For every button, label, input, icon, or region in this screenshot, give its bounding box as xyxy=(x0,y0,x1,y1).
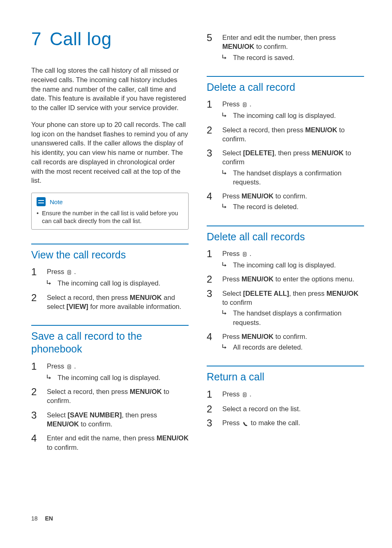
step: Select a record, then press MENU/OK to c… xyxy=(207,125,364,144)
section-rule xyxy=(207,226,364,226)
document-page: 7Call log The call log stores the call h… xyxy=(0,0,392,457)
result-arrow-icon xyxy=(222,343,229,352)
result-text: The incoming call log is displayed. xyxy=(233,260,336,269)
result-text: The handset displays a confirmation requ… xyxy=(233,168,364,187)
step: Select a record on the list. xyxy=(207,404,364,413)
call-icon xyxy=(242,419,248,428)
step: Press . xyxy=(207,389,364,399)
calllog-icon xyxy=(242,390,247,399)
note-label: Note xyxy=(50,198,63,205)
section-rule xyxy=(31,244,189,244)
result-text: The incoming call log is displayed. xyxy=(58,373,160,382)
result-arrow-icon xyxy=(222,168,229,187)
step: Press MENU/OK to enter the options menu. xyxy=(207,274,364,283)
result-text: The record is saved. xyxy=(233,53,294,62)
section-rule xyxy=(207,366,364,366)
step: Press MENU/OK to confirm. All records ar… xyxy=(207,332,364,352)
result-arrow-icon xyxy=(47,279,53,288)
step: Select [SAVE NUMBER], then press MENU/OK… xyxy=(31,410,189,429)
result-text: The handset displays a confirmation requ… xyxy=(233,309,364,327)
chapter-number: 7 xyxy=(31,29,42,49)
steps-delete-one: Press . The incoming call log is display… xyxy=(207,99,364,212)
steps-return: Press . Select a record on the list. Pre… xyxy=(207,389,364,428)
right-column: Enter and edit the number, then press ME… xyxy=(207,29,364,457)
steps-save: Press . The incoming call log is display… xyxy=(31,361,189,452)
step: Enter and edit the number, then press ME… xyxy=(207,33,364,62)
step: Press . The incoming call log is display… xyxy=(31,267,189,288)
note-icon xyxy=(37,197,46,206)
chapter-title: 7Call log xyxy=(31,29,189,49)
result-arrow-icon xyxy=(222,309,229,327)
intro-paragraph-1: The call log stores the call history of … xyxy=(31,66,189,113)
step: Press MENU/OK to confirm. The record is … xyxy=(207,191,364,212)
section-title-return: Return a call xyxy=(207,371,364,383)
result-text: All records are deleted. xyxy=(233,343,303,352)
section-rule xyxy=(31,325,189,326)
section-title-view: View the call records xyxy=(31,249,189,261)
result-text: The incoming call log is displayed. xyxy=(233,111,336,120)
step: Press . The incoming call log is display… xyxy=(207,249,364,270)
calllog-icon xyxy=(67,362,71,371)
page-lang: EN xyxy=(45,515,53,522)
result-arrow-icon xyxy=(222,111,229,120)
step: Select [DELETE], then press MENU/OK to c… xyxy=(207,148,364,187)
chapter-name: Call log xyxy=(50,29,112,49)
left-column: 7Call log The call log stores the call h… xyxy=(31,29,189,457)
section-title-save: Save a call record to the phonebook xyxy=(31,330,189,356)
bullet-icon: • xyxy=(37,210,39,225)
calllog-icon xyxy=(242,100,247,109)
calllog-icon xyxy=(242,250,247,259)
result-text: The record is deleted. xyxy=(233,202,299,211)
steps-delete-all: Press . The incoming call log is display… xyxy=(207,249,364,352)
result-arrow-icon xyxy=(222,260,229,269)
intro-paragraph-2: Your phone can store up to 20 call recor… xyxy=(31,120,189,185)
steps-view: Press . The incoming call log is display… xyxy=(31,267,189,311)
steps-save-cont: Enter and edit the number, then press ME… xyxy=(207,33,364,62)
step: Select [DELETE ALL], then press MENU/OK … xyxy=(207,289,364,327)
step: Enter and edit the name, then press MENU… xyxy=(31,433,189,452)
result-arrow-icon xyxy=(222,53,229,62)
step: Press . The incoming call log is display… xyxy=(207,99,364,120)
step: Press . The incoming call log is display… xyxy=(31,361,189,382)
note-box: Note • Ensure the number in the call lis… xyxy=(31,193,189,230)
page-footer: 18 EN xyxy=(31,515,53,522)
section-title-delete-one: Delete a call record xyxy=(207,81,364,94)
result-text: The incoming call log is displayed. xyxy=(58,279,160,288)
step: Select a record, then press MENU/OK and … xyxy=(31,293,189,311)
step: Press to make the call. xyxy=(207,418,364,428)
section-rule xyxy=(207,76,364,77)
calllog-icon xyxy=(67,268,71,277)
step: Select a record, then press MENU/OK to c… xyxy=(31,387,189,405)
result-arrow-icon xyxy=(222,202,229,211)
section-title-delete-all: Delete all call records xyxy=(207,230,364,243)
result-arrow-icon xyxy=(47,373,53,382)
note-text: Ensure the number in the call list is va… xyxy=(42,210,183,225)
page-number: 18 xyxy=(31,515,38,522)
